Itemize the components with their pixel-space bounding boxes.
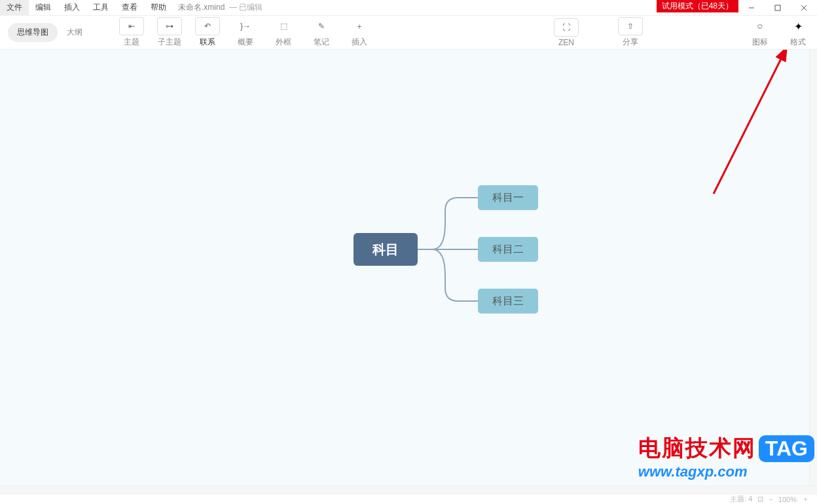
share-icon: ⇧ (627, 22, 634, 31)
watermark: 电脑技术网 TAG www.tagxp.com (638, 433, 814, 480)
document-name: 未命名.xmind — 已编辑 (173, 2, 265, 13)
tab-mindmap[interactable]: 思维导图 (8, 23, 58, 42)
horizontal-scrollbar[interactable] (0, 486, 817, 494)
tool-subtopic[interactable]: ⊶ 子主题 (151, 17, 189, 48)
menu-bar: 文件 编辑 插入 工具 查看 帮助 未命名.xmind — 已编辑 试用模式（已… (0, 0, 817, 16)
minimize-button[interactable] (738, 0, 765, 16)
menu-file[interactable]: 文件 (0, 0, 29, 15)
fit-icon[interactable]: ⊡ (757, 495, 763, 503)
status-bar: 主题: 4 ⊡ − 100% ＋ (0, 494, 817, 504)
svg-line-4 (714, 56, 782, 194)
central-topic[interactable]: 科目 (354, 233, 418, 266)
menu-insert[interactable]: 插入 (58, 0, 86, 15)
trial-mode-banner[interactable]: 试用模式（已48天） (657, 0, 738, 12)
zoom-level[interactable]: 100% (778, 495, 797, 503)
menu-tools[interactable]: 工具 (86, 0, 115, 15)
relation-icon: ↶ (204, 22, 211, 31)
tool-group-main: ⇤ 主题 ⊶ 子主题 ↶ 联系 }→ 概要 ⬚ 外框 ✎ 笔记 ＋ 插入 (100, 17, 378, 48)
tool-note[interactable]: ✎ 笔记 (302, 17, 340, 48)
subtopic-1[interactable]: 科目一 (478, 185, 538, 210)
vertical-scrollbar[interactable] (809, 50, 817, 494)
tool-format[interactable]: ✦ 格式 (779, 17, 817, 48)
topic-icon: ⇤ (128, 22, 135, 31)
menu-view[interactable]: 查看 (115, 0, 144, 15)
boundary-icon: ⬚ (280, 22, 287, 31)
zen-icon: ⛶ (562, 23, 570, 32)
tool-relation[interactable]: ↶ 联系 (189, 17, 227, 48)
paintbrush-icon: ✦ (794, 20, 803, 33)
tool-group-right: ⛶ ZEN ⇧ 分享 ☺ 图标 ✦ 格式 (547, 17, 817, 48)
subtopic-2[interactable]: 科目二 (478, 237, 538, 262)
watermark-text: 电脑技术网 (638, 433, 756, 463)
menu-help[interactable]: 帮助 (144, 0, 173, 15)
window-controls (738, 0, 817, 16)
maximize-button[interactable] (765, 0, 791, 16)
tool-topic[interactable]: ⇤ 主题 (113, 17, 151, 48)
tool-share[interactable]: ⇧ 分享 (611, 17, 649, 48)
connectors (0, 50, 817, 494)
annotation-arrow (707, 50, 805, 200)
tool-summary[interactable]: }→ 概要 (227, 17, 264, 48)
view-tabs: 思维导图 大纲 (0, 23, 100, 42)
menu-edit[interactable]: 编辑 (29, 0, 58, 15)
status-topic-count: 主题: 4 (730, 494, 752, 504)
plus-icon: ＋ (355, 21, 363, 32)
tool-marker[interactable]: ☺ 图标 (741, 17, 779, 48)
summary-icon: }→ (240, 22, 251, 31)
smiley-icon: ☺ (756, 22, 764, 31)
tool-boundary[interactable]: ⬚ 外框 (264, 17, 302, 48)
watermark-url: www.tagxp.com (638, 463, 814, 480)
svg-rect-1 (775, 5, 780, 10)
tool-insert[interactable]: ＋ 插入 (340, 17, 378, 48)
close-button[interactable] (791, 0, 817, 16)
tool-zen[interactable]: ⛶ ZEN (547, 18, 585, 47)
toolbar: 思维导图 大纲 ⇤ 主题 ⊶ 子主题 ↶ 联系 }→ 概要 ⬚ 外框 ✎ 笔记 … (0, 16, 817, 50)
subtopic-icon: ⊶ (166, 22, 173, 31)
watermark-tag: TAG (759, 435, 814, 462)
tab-outline[interactable]: 大纲 (58, 23, 92, 42)
mindmap-canvas[interactable]: 科目 科目一 科目二 科目三 电脑技术网 TAG www.tagxp.com (0, 50, 817, 494)
subtopic-3[interactable]: 科目三 (478, 289, 538, 314)
zoom-out-icon[interactable]: − (769, 495, 772, 503)
zoom-in-icon[interactable]: ＋ (802, 494, 809, 504)
note-icon: ✎ (318, 22, 325, 31)
